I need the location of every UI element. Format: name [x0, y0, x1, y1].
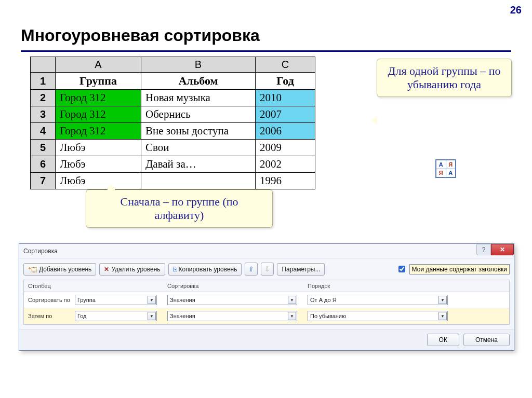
row-header-3[interactable]: 3	[31, 106, 56, 123]
copy-icon: ⎘	[173, 266, 177, 273]
row1-sort-dropdown[interactable]: Значения▼	[167, 295, 297, 305]
cell-a2[interactable]: Город 312	[56, 90, 141, 106]
cell-b2[interactable]: Новая музыка	[141, 90, 256, 106]
sort-level-row-1[interactable]: Сортировать по Группа▼ Значения▼ От А до…	[24, 292, 509, 308]
col-header-a[interactable]: A	[56, 57, 141, 73]
headers-checkbox[interactable]	[398, 266, 405, 272]
help-icon[interactable]: ?	[476, 244, 491, 255]
header-year[interactable]: Год	[256, 73, 315, 90]
row2-column-dropdown[interactable]: Год▼	[75, 311, 157, 321]
sort-level-row-2[interactable]: Затем по Год▼ Значения▼ По убыванию▼	[24, 308, 509, 324]
caret-icon: ▼	[148, 312, 156, 320]
caret-icon: ▼	[438, 312, 447, 320]
headers-checkbox-label[interactable]: Мои данные содержат заголовки	[409, 264, 510, 275]
copy-level-button[interactable]: ⎘Копировать уровень	[168, 263, 242, 276]
header-album[interactable]: Альбом	[141, 73, 256, 90]
caret-icon: ▼	[148, 296, 156, 304]
row-header-1[interactable]: 1	[31, 73, 56, 90]
delete-level-button[interactable]: ✕Удалить уровень	[99, 263, 165, 276]
cell-a6[interactable]: Любэ	[56, 156, 141, 173]
spreadsheet: A B C 1 Группа Альбом Год 2 Город 312 Но…	[30, 57, 315, 189]
row-header-6[interactable]: 6	[31, 156, 56, 173]
row-header-2[interactable]: 2	[31, 90, 56, 106]
row2-order-dropdown[interactable]: По убыванию▼	[308, 311, 448, 321]
dialog-title: Сортировка	[23, 248, 58, 255]
cell-a3[interactable]: Город 312	[56, 106, 141, 123]
cell-c4[interactable]: 2006	[256, 123, 315, 140]
page-title: Многоуровневая сортировка	[21, 26, 260, 45]
grid-header-order: Порядок	[303, 280, 509, 292]
cell-c5[interactable]: 2009	[256, 140, 315, 156]
cancel-button[interactable]: Отмена	[463, 334, 510, 346]
cell-a5[interactable]: Любэ	[56, 140, 141, 156]
callout-year-desc: Для одной группы – по убыванию года	[377, 59, 512, 97]
move-down-button[interactable]: ⇩	[261, 263, 274, 276]
add-level-button[interactable]: ⁺⬚Добавить уровень	[23, 263, 96, 276]
dialog-titlebar[interactable]: Сортировка ? ✕	[19, 244, 514, 258]
cell-c7[interactable]: 1996	[256, 173, 315, 189]
cell-b6[interactable]: Давай за…	[141, 156, 256, 173]
cell-b7[interactable]	[141, 173, 256, 189]
caret-icon: ▼	[288, 296, 296, 304]
move-up-button[interactable]: ⇧	[245, 263, 258, 276]
grid-header-sort: Сортировка	[163, 280, 303, 292]
row1-order-dropdown[interactable]: От А до Я▼	[308, 295, 448, 305]
grid-header-column: Столбец	[24, 280, 163, 292]
dialog-toolbar: ⁺⬚Добавить уровень ✕Удалить уровень ⎘Коп…	[19, 258, 514, 280]
row1-label: Сортировать по	[24, 294, 75, 306]
sort-levels-grid: Столбец Сортировка Порядок Сортировать п…	[23, 280, 510, 325]
delete-icon: ✕	[104, 266, 109, 273]
headers-checkbox-wrap: Мои данные содержат заголовки	[396, 264, 510, 275]
ok-button[interactable]: ОК	[427, 334, 459, 346]
col-header-b[interactable]: B	[141, 57, 256, 73]
arrow-down-icon: ⇩	[264, 265, 270, 273]
close-icon[interactable]: ✕	[491, 244, 514, 255]
cell-b3[interactable]: Обернись	[141, 106, 256, 123]
cell-c6[interactable]: 2002	[256, 156, 315, 173]
cell-a4[interactable]: Город 312	[56, 123, 141, 140]
cell-c3[interactable]: 2007	[256, 106, 315, 123]
row2-sort-dropdown[interactable]: Значения▼	[167, 311, 297, 321]
row-header-4[interactable]: 4	[31, 123, 56, 140]
cell-a7[interactable]: Любэ	[56, 173, 141, 189]
add-icon: ⁺⬚	[28, 266, 37, 273]
title-underline	[21, 50, 511, 52]
row-header-5[interactable]: 5	[31, 140, 56, 156]
row1-column-dropdown[interactable]: Группа▼	[75, 295, 157, 305]
caret-icon: ▼	[288, 312, 296, 320]
row2-label: Затем по	[24, 310, 75, 322]
dialog-footer: ОК Отмена	[19, 329, 514, 350]
cell-b5[interactable]: Свои	[141, 140, 256, 156]
cell-c2[interactable]: 2010	[256, 90, 315, 106]
caret-icon: ▼	[438, 296, 447, 304]
col-header-c[interactable]: C	[256, 57, 315, 73]
page-number: 26	[510, 4, 522, 16]
sort-az-icon[interactable]: АЯ ЯА	[435, 159, 456, 178]
sort-dialog: Сортировка ? ✕ ⁺⬚Добавить уровень ✕Удали…	[19, 243, 514, 351]
cell-b4[interactable]: Вне зоны доступа	[141, 123, 256, 140]
arrow-up-icon: ⇧	[248, 265, 254, 273]
row-header-7[interactable]: 7	[31, 173, 56, 189]
params-button[interactable]: Параметры...	[277, 263, 325, 276]
sheet-corner	[31, 57, 56, 73]
callout-group-alpha: Сначала – по группе (по алфавиту)	[86, 189, 273, 228]
header-group[interactable]: Группа	[56, 73, 141, 90]
